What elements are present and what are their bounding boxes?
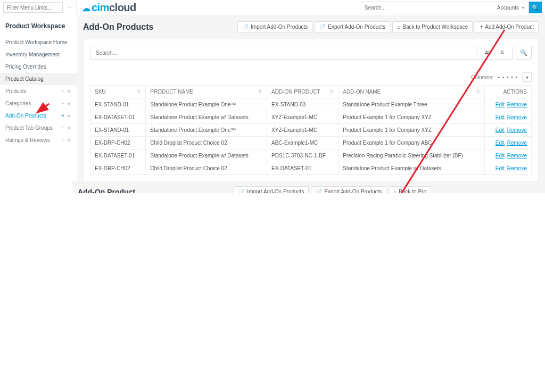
home-icon: ⌂ bbox=[393, 189, 397, 193]
edit-link[interactable]: Edit bbox=[496, 153, 505, 159]
sidebar-subitem[interactable]: Product Tab Groups+★ bbox=[0, 122, 77, 134]
global-search-button[interactable]: 🔍 bbox=[529, 2, 542, 13]
cell-aoprod: EX-STAND-03 bbox=[267, 98, 338, 111]
cell-actions: Edit Remove bbox=[484, 137, 532, 149]
logo: ☁ cim cloud bbox=[82, 2, 136, 14]
remove-link[interactable]: Remove bbox=[507, 140, 527, 146]
cell-pname: Standalone Product Example One™ bbox=[146, 124, 267, 137]
plus-icon[interactable]: + bbox=[61, 113, 64, 119]
cell-actions: Edit Remove bbox=[484, 124, 532, 137]
collapse-sidebar-button[interactable]: ← bbox=[63, 0, 77, 15]
import-label: Import Add-On Products bbox=[247, 189, 304, 193]
edit-link[interactable]: Edit bbox=[496, 127, 505, 133]
products-table: SKU⇅ PRODUCT NAME⇅ ADD-ON PRODUCT⇅ ADD-O… bbox=[90, 85, 532, 175]
sidebar-item[interactable]: Product Workspace Home bbox=[0, 36, 77, 48]
remove-link[interactable]: Remove bbox=[507, 102, 527, 107]
sidebar-subitem-label: Ratings & Reviews bbox=[5, 137, 50, 143]
table-row: EX-STAND-01Standalone Product Example On… bbox=[90, 98, 532, 111]
remove-link[interactable]: Remove bbox=[507, 127, 527, 133]
cell-actions: Edit Remove bbox=[484, 98, 532, 111]
search-scope-select[interactable]: Accounts bbox=[493, 2, 529, 13]
remove-link[interactable]: Remove bbox=[507, 153, 527, 159]
form-page-title: Add-On Product bbox=[78, 188, 135, 194]
form-import-button[interactable]: 📄Import Add-On Products bbox=[234, 186, 309, 193]
remove-link[interactable]: Remove bbox=[507, 114, 527, 120]
global-search-input[interactable] bbox=[360, 2, 493, 13]
cell-aoname: Product Example 1 for Company XYZ bbox=[338, 124, 484, 137]
sidebar-subitem-label: Product Tab Groups bbox=[5, 125, 53, 131]
star-icon[interactable]: ★ bbox=[67, 113, 71, 119]
cell-sku: EX-STAND-01 bbox=[90, 124, 146, 137]
plus-icon[interactable]: + bbox=[61, 88, 64, 94]
plus-icon[interactable]: + bbox=[61, 137, 64, 143]
back-label: Back to Product Workspace bbox=[402, 24, 468, 30]
star-icon[interactable]: ★ bbox=[67, 125, 71, 131]
add-label: Add Add-On Product bbox=[485, 24, 534, 30]
form-back-button[interactable]: ⌂Back to Pro bbox=[389, 186, 431, 193]
form-export-button[interactable]: 📄Export Add-On Products bbox=[311, 186, 386, 193]
star-icon[interactable]: ★ bbox=[67, 137, 71, 143]
export-button[interactable]: 📄Export Add-On Products bbox=[315, 21, 390, 32]
remove-link[interactable]: Remove bbox=[507, 165, 527, 171]
home-icon: ⌂ bbox=[397, 24, 400, 30]
cell-pname: Child Droplist Product Choice 02 bbox=[146, 137, 267, 149]
file-icon: 📄 bbox=[238, 189, 245, 193]
sidebar-item[interactable]: Pricing Overrides bbox=[0, 61, 77, 73]
cell-pname: Standalone Product Example w/ Datasets bbox=[146, 111, 267, 124]
sidebar-subitem[interactable]: Categories+★ bbox=[0, 97, 77, 110]
edit-link[interactable]: Edit bbox=[496, 114, 505, 120]
sidebar-subitem[interactable]: Add-On Products+★ bbox=[0, 110, 77, 122]
cell-aoprod: EX-DATASET-01 bbox=[267, 162, 338, 175]
col-addon-product[interactable]: ADD-ON PRODUCT⇅ bbox=[267, 86, 338, 98]
filter-menu-input[interactable] bbox=[3, 2, 63, 13]
cell-actions: Edit Remove bbox=[484, 149, 532, 162]
logo-text-cloud: cloud bbox=[109, 2, 136, 14]
sidebar-subitem-label: Categories bbox=[5, 101, 31, 106]
col-sku[interactable]: SKU⇅ bbox=[90, 86, 146, 98]
table-row: EX-DRP-CH02Child Droplist Product Choice… bbox=[90, 137, 532, 149]
plus-icon[interactable]: + bbox=[61, 101, 64, 106]
file-icon: 📄 bbox=[316, 189, 322, 193]
file-icon: 📄 bbox=[242, 24, 249, 30]
cell-aoprod: PDS1C-3703-NC-1-BF bbox=[267, 149, 338, 162]
star-icon[interactable]: ★ bbox=[67, 88, 71, 94]
back-label: Back to Pro bbox=[399, 189, 426, 193]
cell-pname: Standalone Product Example w/ Datasets bbox=[146, 149, 267, 162]
plus-icon: + bbox=[480, 24, 483, 30]
cell-aoprod: XYZ-Example1-MC bbox=[267, 124, 338, 137]
sidebar-item[interactable]: Inventory Management bbox=[0, 48, 77, 61]
edit-link[interactable]: Edit bbox=[496, 140, 505, 146]
star-icon[interactable]: ★ bbox=[67, 101, 71, 106]
logo-icon: ☁ bbox=[82, 3, 90, 13]
add-button[interactable]: +Add Add-On Product bbox=[475, 21, 539, 32]
cell-sku: EX-DATASET-01 bbox=[90, 149, 146, 162]
back-button[interactable]: ⌂Back to Product Workspace bbox=[392, 21, 473, 32]
edit-link[interactable]: Edit bbox=[496, 165, 505, 171]
plus-icon[interactable]: + bbox=[61, 125, 64, 131]
columns-label: Columns: bbox=[471, 74, 493, 80]
cell-sku: EX-STAND-01 bbox=[90, 98, 146, 111]
cell-aoprod: ABC-Example1-MC bbox=[267, 137, 338, 149]
sidebar-item[interactable]: Product Catalog bbox=[0, 73, 77, 85]
list-search-input[interactable] bbox=[90, 46, 477, 60]
sort-icon: ⇅ bbox=[137, 89, 141, 94]
sidebar-subitem[interactable]: Products+★ bbox=[0, 85, 77, 97]
sort-icon: ⇅ bbox=[476, 89, 480, 94]
list-search-button[interactable]: 🔍 bbox=[516, 46, 532, 60]
cell-actions: Edit Remove bbox=[484, 162, 532, 175]
cell-sku: EX-DATASET-01 bbox=[90, 111, 146, 124]
sort-icon: ⇅ bbox=[258, 89, 262, 94]
edit-link[interactable]: Edit bbox=[496, 102, 505, 107]
col-product-name[interactable]: PRODUCT NAME⇅ bbox=[146, 86, 267, 98]
cell-aoprod: XYZ-Example1-MC bbox=[267, 111, 338, 124]
file-icon: 📄 bbox=[319, 24, 326, 30]
sidebar-subitem[interactable]: Ratings & Reviews+★ bbox=[0, 134, 77, 146]
import-button[interactable]: 📄Import Add-On Products bbox=[237, 21, 312, 32]
search-icon: 🔍 bbox=[532, 4, 539, 11]
list-filter-select[interactable]: All bbox=[477, 46, 513, 60]
col-addon-name[interactable]: ADD-ON NAME⇅ bbox=[338, 86, 484, 98]
cell-sku: EX-DRP-CH02 bbox=[90, 162, 146, 175]
column-drag-handle[interactable]: • • • • • bbox=[498, 74, 518, 80]
table-row: EX-DATASET-01Standalone Product Example … bbox=[90, 111, 532, 124]
columns-dropdown[interactable]: ▾ bbox=[522, 72, 532, 82]
